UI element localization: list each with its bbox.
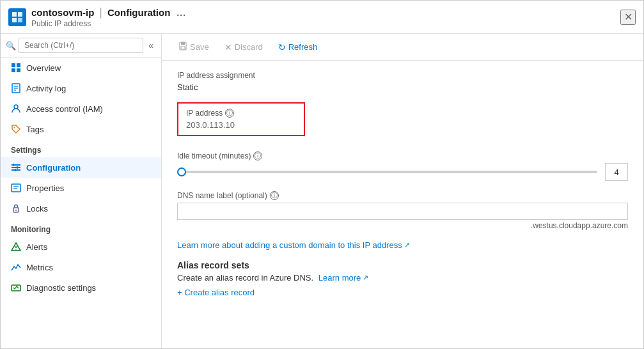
sidebar-item-overview[interactable]: Overview [1, 58, 161, 78]
sidebar-item-properties[interactable]: Properties [1, 178, 161, 198]
save-label: Save [190, 42, 209, 52]
svg-rect-4 [12, 63, 15, 67]
title-bar: contosovm-ip | Configuration ... Public … [1, 1, 643, 34]
svg-rect-0 [12, 12, 17, 17]
svg-point-13 [14, 127, 15, 128]
sidebar-item-tags[interactable]: Tags [1, 119, 161, 139]
svg-rect-19 [15, 169, 16, 171]
ip-address-box: IP address ⓘ 203.0.113.10 [177, 102, 305, 136]
svg-rect-3 [18, 18, 22, 22]
refresh-button[interactable]: ↻ Refresh [272, 40, 324, 55]
custom-domain-section: Learn more about adding a custom domain … [177, 240, 628, 250]
svg-rect-17 [13, 164, 14, 166]
sidebar-item-activity-log[interactable]: Activity log [1, 78, 161, 98]
title-separator: | [99, 6, 102, 19]
learn-more-external-icon: ↗ [363, 274, 368, 282]
access-control-icon [11, 104, 21, 114]
svg-point-12 [14, 105, 18, 109]
ip-address-value: 203.0.113.10 [186, 120, 296, 130]
resource-name: contosovm-ip [31, 7, 94, 18]
settings-header: Settings [1, 139, 161, 157]
svg-rect-15 [12, 167, 20, 168]
app-icon [8, 8, 26, 26]
sidebar: 🔍 « Overview Activity log [1, 34, 162, 348]
tags-icon [11, 124, 21, 134]
svg-rect-1 [18, 12, 22, 17]
monitoring-header: Monitoring [1, 219, 161, 237]
refresh-label: Refresh [288, 42, 318, 52]
main-layout: 🔍 « Overview Activity log [1, 34, 643, 348]
svg-rect-7 [17, 68, 20, 72]
svg-rect-28 [12, 285, 20, 291]
sidebar-item-diagnostic-settings[interactable]: Diagnostic settings [1, 277, 161, 298]
idle-timeout-label: Idle timeout (minutes) ⓘ [177, 151, 628, 160]
dns-info-icon: ⓘ [270, 191, 279, 200]
svg-rect-30 [181, 42, 185, 45]
collapse-button[interactable]: « [146, 39, 156, 52]
ip-assignment-label: IP address assignment [177, 71, 628, 80]
alias-section: Alias record sets Create an alias record… [177, 260, 628, 297]
search-bar: 🔍 « [1, 34, 161, 58]
sidebar-item-configuration[interactable]: Configuration [1, 157, 161, 178]
svg-rect-20 [12, 184, 20, 192]
alias-learn-more-link[interactable]: Learn more ↗ [318, 273, 368, 283]
more-options-button[interactable]: ... [177, 8, 186, 18]
sidebar-item-label: Tags [26, 125, 43, 134]
refresh-icon: ↻ [278, 42, 286, 52]
sidebar-item-metrics[interactable]: Metrics [1, 257, 161, 277]
properties-icon [11, 183, 21, 193]
resource-subtitle: Public IP address [31, 19, 186, 28]
toolbar: Save ✕ Discard ↻ Refresh [162, 34, 643, 61]
idle-timeout-slider[interactable] [177, 171, 597, 173]
sidebar-item-label: Properties [26, 183, 64, 193]
sidebar-item-label: Activity log [26, 84, 66, 93]
activity-log-icon [11, 83, 21, 93]
sidebar-item-label: Access control (IAM) [26, 104, 103, 114]
configuration-icon [11, 162, 21, 173]
ip-info-icon: ⓘ [225, 109, 234, 118]
title-group: contosovm-ip | Configuration ... Public … [31, 6, 186, 28]
save-button[interactable]: Save [172, 39, 216, 55]
close-button[interactable]: ✕ [620, 10, 636, 25]
dns-suffix: .westus.cloudapp.azure.com [177, 221, 628, 230]
external-link-icon: ↗ [404, 241, 410, 249]
idle-timeout-info-icon: ⓘ [253, 151, 262, 160]
create-alias-link[interactable]: + Create alias record [177, 288, 255, 297]
sidebar-item-locks[interactable]: Locks [1, 198, 161, 219]
svg-point-24 [15, 210, 17, 211]
sidebar-item-label: Diagnostic settings [26, 283, 96, 293]
discard-button[interactable]: ✕ Discard [218, 40, 269, 55]
sidebar-item-label: Locks [26, 204, 48, 213]
custom-domain-link[interactable]: Learn more about adding a custom domain … [177, 240, 410, 250]
content-body: IP address assignment Static IP address … [162, 61, 643, 348]
save-icon [178, 42, 187, 52]
page-section: Configuration [107, 7, 170, 18]
diagnostic-settings-icon [11, 283, 21, 293]
sidebar-item-label: Metrics [26, 263, 53, 272]
ip-assignment-value: Static [177, 82, 628, 92]
svg-rect-5 [17, 63, 20, 67]
sidebar-item-access-control[interactable]: Access control (IAM) [1, 98, 161, 119]
svg-point-27 [15, 249, 17, 250]
content-area: Save ✕ Discard ↻ Refresh IP address assi… [162, 34, 643, 348]
overview-icon [11, 63, 21, 73]
main-window: contosovm-ip | Configuration ... Public … [0, 0, 644, 349]
sidebar-item-alerts[interactable]: Alerts [1, 237, 161, 257]
sidebar-item-label: Alerts [26, 242, 47, 252]
ip-address-label: IP address ⓘ [186, 109, 296, 118]
dns-input[interactable] [177, 203, 628, 220]
discard-icon: ✕ [224, 42, 232, 52]
slider-container: 4 [177, 163, 628, 181]
dns-label: DNS name label (optional) ⓘ [177, 191, 628, 200]
svg-rect-18 [17, 166, 18, 169]
ip-assignment-section: IP address assignment Static [177, 71, 628, 92]
alias-title: Alias record sets [177, 260, 628, 270]
search-icon: 🔍 [6, 41, 16, 50]
dns-section: DNS name label (optional) ⓘ .westus.clou… [177, 191, 628, 230]
search-input[interactable] [19, 38, 143, 53]
alias-desc: Create an alias record in Azure DNS. Lea… [177, 273, 628, 283]
svg-rect-2 [12, 18, 17, 22]
idle-timeout-section: Idle timeout (minutes) ⓘ 4 [177, 151, 628, 181]
idle-timeout-value: 4 [605, 163, 628, 181]
svg-rect-31 [181, 47, 185, 49]
